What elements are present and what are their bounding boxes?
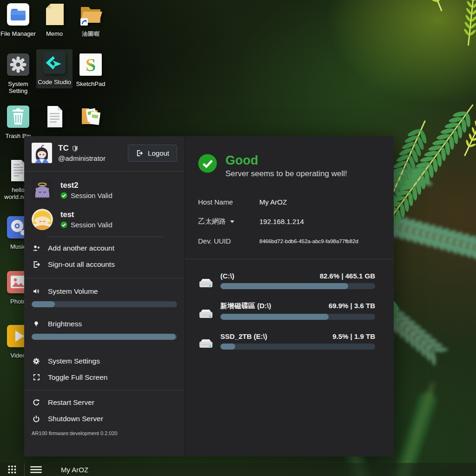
menu-item-restart-server[interactable]: Restart Server: [32, 394, 177, 410]
memo-icon: [42, 2, 67, 27]
folder-with-documents-icon: [78, 104, 103, 129]
icon-label: 油圖喔: [82, 30, 100, 37]
hostname-label: Host Name: [198, 198, 259, 206]
menu-label: System Settings: [48, 357, 100, 365]
disk-usage: 69.9% | 3.6 TB: [329, 302, 375, 311]
disk-row-c: (C:\) 82.6% | 465.1 GB: [198, 272, 375, 289]
document-icon: [42, 104, 67, 129]
icon-label: Memo: [46, 30, 63, 37]
disk-usage: 82.6% | 465.1 GB: [320, 272, 375, 280]
hard-drive-icon: [198, 338, 214, 350]
disk-usage-fill: [220, 314, 329, 320]
desktop-icon-system-setting[interactable]: System Setting: [0, 52, 36, 95]
logout-button[interactable]: Logout: [128, 145, 177, 162]
disk-name: SSD_2TB (E:\): [220, 332, 267, 340]
menu-label: Sign-out all accounts: [48, 260, 115, 269]
desktop-icon-folder-with-documents[interactable]: [73, 104, 109, 132]
caret-down-icon: [230, 220, 234, 223]
disk-usage-bar: [220, 283, 375, 289]
menu-item-system-settings[interactable]: System Settings: [32, 353, 177, 369]
disk-usage-fill: [220, 283, 348, 289]
system-volume-label-row: System Volume: [32, 283, 177, 299]
server-status-panel: Good Server seems to be operating well! …: [185, 136, 394, 456]
disk-usage: 9.5% | 1.9 TB: [332, 332, 375, 340]
logout-icon: [136, 150, 143, 157]
divider: [185, 259, 394, 259]
app-launcher-button[interactable]: [0, 463, 24, 476]
menu-label: Add another account: [48, 244, 114, 252]
divider: [46, 237, 163, 237]
icon-label: Video: [10, 352, 26, 359]
menu-item-shutdown-server[interactable]: Shutdown Server: [32, 410, 177, 427]
current-user-username: @administrator: [58, 154, 122, 162]
menu-item-toggle-fullscreen[interactable]: Toggle Full Screen: [32, 369, 177, 385]
desktop-icon-memo[interactable]: Memo: [36, 2, 73, 37]
icon-label: SketchPad: [76, 80, 106, 87]
disk-name: 新增磁碟區 (D:\): [220, 302, 271, 311]
brightness-slider[interactable]: [32, 334, 177, 340]
account-name: test2: [60, 181, 112, 190]
code-studio-icon: [42, 50, 67, 75]
user-plus-icon: [32, 244, 41, 252]
session-status: Session Valid: [71, 221, 112, 229]
file-manager-icon: [6, 2, 31, 27]
grid-icon: [7, 465, 17, 474]
network-interface-dropdown[interactable]: 乙太網路: [198, 217, 259, 226]
current-user-header: TC @administrator Logout: [32, 143, 177, 163]
network-label: 乙太網路: [198, 217, 226, 226]
desktop-icon-document[interactable]: [36, 104, 73, 132]
restart-icon: [32, 398, 41, 406]
desktop-icon-code-studio[interactable]: Code Studio: [36, 49, 73, 88]
sketchpad-icon: S: [78, 52, 103, 77]
account-status-popup: TC @administrator Logout: [24, 136, 394, 456]
icon-label: Music: [10, 243, 26, 250]
slider-label: Brightness: [48, 320, 82, 328]
disk-row-d: 新增磁碟區 (D:\) 69.9% | 3.6 TB: [198, 302, 375, 320]
avatar: [32, 209, 53, 230]
taskbar: My ArOZ: [0, 463, 476, 476]
shortcut-folder-icon: [78, 2, 103, 27]
divider: [24, 390, 185, 390]
slider-fill: [32, 334, 176, 340]
divider: [24, 171, 185, 172]
menu-item-signout-all[interactable]: Sign-out all accounts: [32, 256, 177, 272]
session-status: Session Valid: [71, 192, 112, 199]
account-row-test2[interactable]: test2 Session Valid: [32, 179, 177, 201]
account-panel: TC @administrator Logout: [24, 136, 185, 456]
menu-label: Toggle Full Screen: [48, 373, 107, 382]
avatar: [32, 179, 53, 201]
hard-drive-icon: [198, 278, 214, 289]
menu-button[interactable]: [25, 463, 47, 476]
desktop-icon-trash-bin[interactable]: Trash Bin: [0, 104, 36, 139]
slider-fill: [32, 301, 55, 307]
shield-icon: [72, 145, 78, 152]
lightbulb-icon: [32, 320, 41, 328]
avatar: [32, 143, 52, 163]
brightness-label-row: Brightness: [32, 316, 177, 332]
hostname-row: Host Name My ArOZ: [198, 198, 375, 206]
desktop-icon-sketchpad[interactable]: S SketchPad: [73, 52, 109, 87]
menu-item-add-account[interactable]: Add another account: [32, 240, 177, 256]
system-volume-slider[interactable]: [32, 301, 177, 307]
power-icon: [32, 415, 41, 423]
icon-label: System Setting: [0, 80, 36, 95]
hard-drive-icon: [198, 308, 214, 320]
disk-usage-fill: [220, 344, 235, 350]
icon-label: File Manager: [0, 30, 36, 37]
disk-usage-bar: [220, 344, 375, 350]
fullscreen-icon: [32, 373, 41, 381]
trash-bin-icon: [6, 104, 31, 129]
ip-address-value: 192.168.1.214: [259, 218, 304, 225]
status-title: Good: [225, 154, 347, 167]
disk-usage-bar: [220, 314, 375, 320]
volume-icon: [32, 287, 41, 295]
icon-label: Code Studio: [38, 79, 71, 86]
hamburger-icon: [30, 466, 42, 473]
check-circle-icon: [198, 154, 217, 173]
account-name: test: [60, 210, 112, 219]
desktop-icon-file-manager[interactable]: File Manager: [0, 2, 36, 37]
desktop: File Manager Memo 油圖喔: [0, 0, 476, 476]
account-row-test[interactable]: test Session Valid: [32, 209, 177, 230]
desktop-icon-shortcut-folder[interactable]: 油圖喔: [73, 2, 109, 37]
hostname-value: My ArOZ: [259, 198, 287, 206]
